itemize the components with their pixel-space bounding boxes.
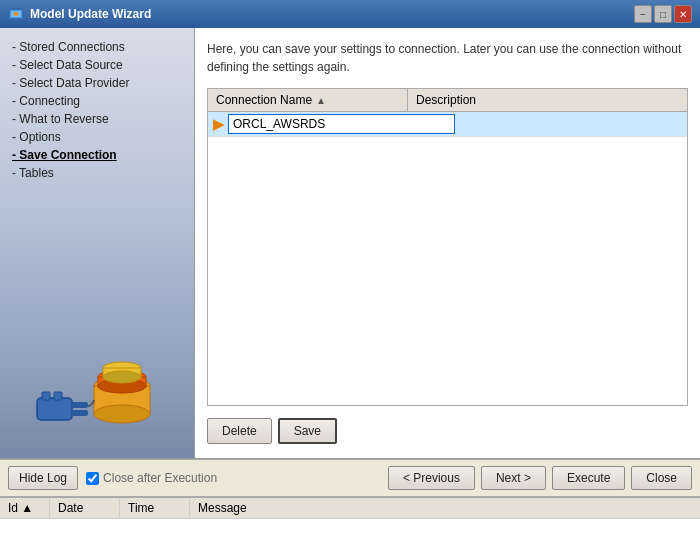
log-id-sort-icon: ▲: [21, 501, 33, 515]
window-body: - Stored Connections - Select Data Sourc…: [0, 28, 700, 557]
footer-controls: Hide Log Close after Execution < Previou…: [0, 460, 700, 497]
col-connection-name: Connection Name ▲: [208, 89, 408, 111]
close-button[interactable]: ✕: [674, 5, 692, 23]
table-body: ▶: [208, 112, 687, 405]
sidebar-item-connecting[interactable]: - Connecting: [8, 92, 186, 110]
table-action-buttons: Delete Save: [207, 414, 688, 446]
svg-point-10: [94, 405, 150, 423]
sidebar-item-select-data-source[interactable]: - Select Data Source: [8, 56, 186, 74]
log-area: Id ▲ Date Time Message: [0, 497, 700, 557]
svg-rect-5: [54, 392, 62, 400]
minimize-button[interactable]: −: [634, 5, 652, 23]
row-arrow-icon: ▶: [208, 116, 228, 132]
hide-log-button[interactable]: Hide Log: [8, 466, 78, 490]
sidebar-item-select-data-provider[interactable]: - Select Data Provider: [8, 74, 186, 92]
connection-name-input[interactable]: [228, 114, 455, 134]
main-panel: Here, you can save your settings to conn…: [195, 28, 700, 458]
sidebar-graphic: [8, 348, 186, 448]
table-row[interactable]: ▶: [208, 112, 687, 137]
sidebar-item-stored-connections[interactable]: - Stored Connections: [8, 38, 186, 56]
nav-buttons: < Previous Next > Execute Close: [388, 466, 692, 490]
log-col-time: Time: [120, 498, 190, 518]
svg-rect-3: [37, 398, 72, 420]
log-col-id: Id ▲: [0, 498, 50, 518]
log-header: Id ▲ Date Time Message: [0, 498, 700, 519]
sidebar-item-tables[interactable]: - Tables: [8, 164, 186, 182]
sidebar-item-options[interactable]: - Options: [8, 128, 186, 146]
svg-rect-7: [70, 410, 88, 416]
db-graphic-svg: [32, 348, 162, 438]
sidebar-nav: - Stored Connections - Select Data Sourc…: [8, 38, 186, 348]
sidebar-item-what-to-reverse[interactable]: - What to Reverse: [8, 110, 186, 128]
svg-point-2: [14, 12, 18, 16]
svg-rect-4: [42, 392, 50, 400]
close-after-label: Close after Execution: [103, 471, 217, 485]
window-controls: − □ ✕: [634, 5, 692, 23]
maximize-button[interactable]: □: [654, 5, 672, 23]
title-bar: Model Update Wizard − □ ✕: [0, 0, 700, 28]
log-col-date: Date: [50, 498, 120, 518]
close-after-checkbox[interactable]: [86, 472, 99, 485]
svg-point-16: [103, 371, 141, 383]
close-main-button[interactable]: Close: [631, 466, 692, 490]
footer-area: Hide Log Close after Execution < Previou…: [0, 459, 700, 557]
log-body: [0, 519, 700, 557]
app-icon: [8, 6, 24, 22]
window-title: Model Update Wizard: [30, 7, 634, 21]
table-header: Connection Name ▲ Description: [208, 89, 687, 112]
sort-arrow-icon: ▲: [316, 95, 326, 106]
col-description: Description: [408, 89, 687, 111]
svg-rect-6: [70, 402, 88, 408]
execute-button[interactable]: Execute: [552, 466, 625, 490]
next-button[interactable]: Next >: [481, 466, 546, 490]
previous-button[interactable]: < Previous: [388, 466, 475, 490]
sidebar: - Stored Connections - Select Data Sourc…: [0, 28, 195, 458]
row-description: [455, 122, 688, 126]
delete-button[interactable]: Delete: [207, 418, 272, 444]
top-area: - Stored Connections - Select Data Sourc…: [0, 28, 700, 459]
log-col-message: Message: [190, 498, 700, 518]
connection-table: Connection Name ▲ Description ▶: [207, 88, 688, 406]
save-button[interactable]: Save: [278, 418, 337, 444]
sidebar-item-save-connection[interactable]: - Save Connection: [8, 146, 186, 164]
description-text: Here, you can save your settings to conn…: [207, 40, 688, 76]
close-after-execution: Close after Execution: [86, 471, 217, 485]
